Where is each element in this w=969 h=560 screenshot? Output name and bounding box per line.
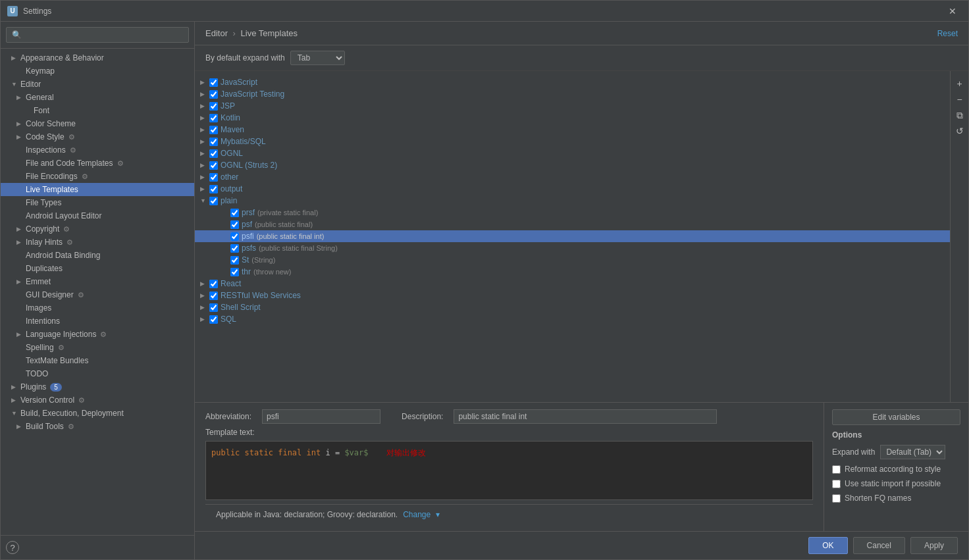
tpl-checkbox-shell-script[interactable]	[209, 303, 218, 312]
tpl-item-psfi[interactable]: psfi (public static final int)	[195, 230, 950, 242]
tpl-checkbox-maven[interactable]	[209, 126, 218, 134]
tpl-group-shell-script[interactable]: ▶ Shell Script	[195, 301, 950, 313]
sidebar-item-inlay-hints[interactable]: ▶ Inlay Hints ⚙	[1, 236, 194, 249]
tpl-checkbox-kotlin[interactable]	[209, 114, 218, 122]
tpl-item-psfs[interactable]: psfs (public static final String)	[195, 242, 950, 254]
sidebar-item-gui-designer[interactable]: GUI Designer ⚙	[1, 288, 194, 301]
tpl-checkbox-react[interactable]	[209, 280, 218, 288]
tpl-desc: (public static final)	[255, 220, 313, 228]
sidebar-item-android-data-binding[interactable]: Android Data Binding	[1, 249, 194, 262]
template-editor[interactable]: public static final int i = $var$ 对输出修改	[205, 441, 813, 500]
sidebar-item-label: Live Templates	[26, 185, 78, 194]
sidebar-item-live-templates[interactable]: Live Templates	[1, 183, 194, 196]
sidebar-item-file-and-code-templates[interactable]: File and Code Templates ⚙	[1, 157, 194, 170]
sidebar-item-code-style[interactable]: ▶ Code Style ⚙	[1, 130, 194, 143]
sidebar-item-language-injections[interactable]: ▶ Language Injections ⚙	[1, 328, 194, 341]
sidebar-item-editor[interactable]: ▼ Editor	[1, 78, 194, 91]
sidebar-item-file-encodings[interactable]: File Encodings ⚙	[1, 170, 194, 183]
tpl-checkbox-psf[interactable]	[230, 220, 239, 229]
tpl-checkbox-output[interactable]	[209, 185, 218, 193]
cancel-button[interactable]: Cancel	[853, 537, 905, 554]
sidebar-item-textmate-bundles[interactable]: TextMate Bundles	[1, 354, 194, 367]
arrow-icon: ▶	[200, 115, 207, 121]
edit-variables-button[interactable]: Edit variables	[832, 409, 960, 425]
tpl-checkbox-mybatis[interactable]	[209, 138, 218, 146]
tpl-group-plain[interactable]: ▼ plain	[195, 195, 950, 207]
sidebar-item-android-layout-editor[interactable]: Android Layout Editor	[1, 209, 194, 222]
tpl-group-maven[interactable]: ▶ Maven	[195, 124, 950, 136]
ok-button[interactable]: OK	[808, 537, 847, 554]
sidebar-item-build-tools[interactable]: ▶ Build Tools ⚙	[1, 420, 194, 433]
tpl-group-sql[interactable]: ▶ SQL	[195, 313, 950, 325]
tpl-item-prsf[interactable]: prsf (private static final)	[195, 207, 950, 218]
sidebar-item-duplicates[interactable]: Duplicates	[1, 262, 194, 275]
tpl-group-mybatis[interactable]: ▶ Mybatis/SQL	[195, 136, 950, 147]
tpl-group-jsp[interactable]: ▶ JSP	[195, 100, 950, 112]
tpl-checkbox-plain[interactable]	[209, 197, 218, 205]
tpl-group-javascript[interactable]: ▶ JavaScript	[195, 76, 950, 88]
tpl-item-st[interactable]: St (String)	[195, 254, 950, 266]
tpl-item-psf[interactable]: psf (public static final)	[195, 218, 950, 230]
sidebar-item-label: Version Control	[20, 395, 74, 405]
sidebar-item-color-scheme[interactable]: ▶ Color Scheme	[1, 117, 194, 130]
tpl-checkbox-javascript[interactable]	[209, 78, 218, 87]
sidebar-item-images[interactable]: Images	[1, 301, 194, 315]
shorten-fq-checkbox[interactable]	[832, 494, 841, 503]
tpl-item-thr[interactable]: thr (throw new)	[195, 266, 950, 278]
tpl-checkbox-thr[interactable]	[230, 268, 239, 276]
window-title: Settings	[23, 7, 943, 16]
tpl-checkbox-ognl-struts2[interactable]	[209, 161, 218, 170]
sidebar-item-general[interactable]: ▶ General	[1, 91, 194, 104]
description-input[interactable]	[454, 409, 717, 424]
sidebar-item-plugins[interactable]: ▶ Plugins 5	[1, 380, 194, 394]
sidebar-item-intentions[interactable]: Intentions	[1, 315, 194, 328]
expand-select[interactable]: Tab Enter Space	[290, 51, 345, 65]
tpl-group-kotlin[interactable]: ▶ Kotlin	[195, 112, 950, 124]
sidebar-item-inspections[interactable]: Inspections ⚙	[1, 143, 194, 157]
sidebar-item-appearance[interactable]: ▶ Appearance & Behavior	[1, 51, 194, 64]
sidebar-item-keymap[interactable]: Keymap	[1, 64, 194, 78]
sidebar-item-font[interactable]: Font	[1, 104, 194, 117]
abbreviation-input[interactable]	[262, 409, 380, 424]
tpl-group-restful[interactable]: ▶ RESTful Web Services	[195, 290, 950, 301]
tpl-checkbox-restful[interactable]	[209, 292, 218, 300]
static-import-row: Use static import if possible	[832, 479, 960, 488]
sidebar-item-spelling[interactable]: Spelling ⚙	[1, 341, 194, 354]
tpl-checkbox-prsf[interactable]	[230, 209, 239, 217]
tpl-checkbox-sql[interactable]	[209, 315, 218, 324]
shorten-fq-row: Shorten FQ names	[832, 494, 960, 503]
change-link[interactable]: Change	[403, 510, 431, 519]
apply-button[interactable]: Apply	[910, 537, 958, 554]
tpl-checkbox-st[interactable]	[230, 256, 239, 265]
sidebar-item-todo[interactable]: TODO	[1, 367, 194, 380]
copy-button[interactable]: ⧉	[953, 108, 967, 122]
tpl-checkbox-ognl[interactable]	[209, 149, 218, 158]
sidebar-item-file-types[interactable]: File Types	[1, 196, 194, 209]
tpl-group-ognl[interactable]: ▶ OGNL	[195, 147, 950, 159]
reformat-checkbox[interactable]	[832, 465, 841, 474]
tpl-group-output[interactable]: ▶ output	[195, 183, 950, 195]
close-button[interactable]: ✕	[943, 3, 962, 19]
tpl-checkbox-javascript-testing[interactable]	[209, 90, 218, 99]
tpl-checkbox-psfs[interactable]	[230, 244, 239, 253]
tpl-name: Kotlin	[221, 113, 240, 122]
expand-with-select[interactable]: Default (Tab) Tab Enter Space	[880, 445, 945, 459]
sidebar-item-build-execution-deployment[interactable]: ▼ Build, Execution, Deployment	[1, 407, 194, 420]
tpl-checkbox-other[interactable]	[209, 173, 218, 182]
sidebar-item-emmet[interactable]: ▶ Emmet	[1, 275, 194, 288]
tpl-checkbox-psfi[interactable]	[230, 232, 239, 241]
sidebar-item-copyright[interactable]: ▶ Copyright ⚙	[1, 222, 194, 236]
static-import-checkbox[interactable]	[832, 480, 841, 488]
tpl-checkbox-jsp[interactable]	[209, 102, 218, 111]
help-button[interactable]: ?	[6, 541, 19, 554]
tpl-group-javascript-testing[interactable]: ▶ JavaScript Testing	[195, 88, 950, 100]
add-button[interactable]: +	[953, 76, 967, 91]
tpl-group-react[interactable]: ▶ React	[195, 278, 950, 290]
search-input[interactable]	[6, 27, 189, 43]
restore-button[interactable]: ↺	[953, 124, 967, 138]
reset-button[interactable]: Reset	[937, 29, 958, 38]
tpl-group-ognl-struts2[interactable]: ▶ OGNL (Struts 2)	[195, 159, 950, 171]
tpl-group-other[interactable]: ▶ other	[195, 171, 950, 183]
remove-button[interactable]: −	[953, 92, 967, 107]
sidebar-item-version-control[interactable]: ▶ Version Control ⚙	[1, 394, 194, 407]
